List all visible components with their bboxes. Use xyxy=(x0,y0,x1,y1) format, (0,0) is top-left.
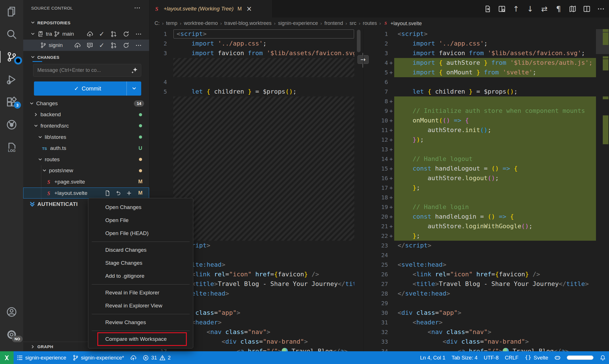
tree-row-routes[interactable]: routes xyxy=(23,154,149,165)
count: 2 xyxy=(168,355,171,361)
menu-item-reveal-in-explorer-view[interactable]: Reveal in Explorer View xyxy=(88,299,193,312)
git-branch-icon xyxy=(54,31,60,37)
status-item-progress-pill[interactable] xyxy=(564,351,597,364)
status-bar: signin-experiencesignin-experience*312 L… xyxy=(0,351,609,364)
scm-progress-bar xyxy=(33,61,42,62)
breadcrumb-segment[interactable]: C: xyxy=(155,20,160,26)
git-pull-request-create-icon[interactable] xyxy=(110,42,117,49)
activity-item-search[interactable] xyxy=(0,26,23,42)
status-item-publish-changes[interactable] xyxy=(127,351,140,364)
menu-item-compare-with-workspace[interactable]: Compare with Workspace xyxy=(88,333,193,346)
minimap[interactable] xyxy=(596,29,609,351)
activity-item-explorer[interactable] xyxy=(0,3,23,20)
breadcrumb-segment[interactable]: frontend xyxy=(324,20,343,26)
menu-item-review-changes[interactable]: Review Changes xyxy=(88,316,193,329)
status-item-indentation[interactable]: Tab Size: 4 xyxy=(449,351,481,364)
activity-item-log-viewer[interactable]: LOG xyxy=(0,139,23,156)
tree-row-lib-stores[interactable]: lib\stores xyxy=(23,132,149,143)
tree-row-layout-svelte[interactable]: S+layout.svelteM xyxy=(23,188,149,199)
remote-indicator[interactable] xyxy=(0,351,14,364)
tree-row-posts-new[interactable]: posts\new xyxy=(23,165,149,176)
comment-code-icon[interactable] xyxy=(87,42,93,49)
menu-item-open-file-head-[interactable]: Open File (HEAD) xyxy=(88,227,193,240)
tree-label: AUTHENTICATI xyxy=(37,201,78,207)
menu-item-reveal-in-file-explorer[interactable]: Reveal in File Explorer xyxy=(88,286,193,299)
sidebar-header: SOURCE CONTROL xyxy=(23,0,149,16)
go-to-file-icon[interactable] xyxy=(483,4,492,14)
breadcrumb-segment[interactable]: worktree-demo xyxy=(184,20,218,26)
code-line-modified-25: 25<svelte:head> xyxy=(364,260,596,270)
code-line-modified-10: 10+ onMount(() => { xyxy=(364,116,596,125)
tree-row-backend[interactable]: backend xyxy=(23,109,149,120)
activity-item-github[interactable] xyxy=(0,117,23,133)
arrow-up-icon[interactable]: ↑ xyxy=(511,4,521,14)
tree-label: +layout.svelte xyxy=(54,190,87,196)
breadcrumb-segment[interactable]: routes xyxy=(363,20,377,26)
pilcrow-icon[interactable]: ¶ xyxy=(554,4,563,14)
status-item-eol[interactable]: CRLF xyxy=(502,351,522,364)
menu-item-open-file[interactable]: Open File xyxy=(88,214,193,227)
tab-layout-svelte[interactable]: S +layout.svelte (Working Tree) M × xyxy=(149,0,272,18)
code-line-original-1: 1<script> xyxy=(149,29,354,39)
breadcrumb-segment[interactable]: signin-experience xyxy=(278,20,318,26)
repo-row-signin-worktree[interactable]: signin✓ xyxy=(23,40,149,51)
status-item-worktree[interactable]: signin-experience xyxy=(14,351,69,364)
tree-row-page-svelte[interactable]: S+page.svelteM xyxy=(23,176,149,188)
status-item-cursor-position[interactable]: Ln 4, Col 1 xyxy=(417,351,448,364)
arrow-down-icon[interactable]: ↓ xyxy=(526,4,535,14)
swap-icon[interactable]: ⇄ xyxy=(540,4,549,14)
more-actions-icon[interactable] xyxy=(134,5,141,11)
changes-count-badge: 14 xyxy=(134,100,144,107)
sparkle-icon[interactable] xyxy=(131,67,138,74)
menu-item-discard-changes[interactable]: Discard Changes xyxy=(88,244,193,257)
breadcrumb-segment[interactable]: src xyxy=(349,20,356,26)
commit-dropdown-button[interactable] xyxy=(126,81,141,96)
cloud-upload-icon[interactable] xyxy=(74,42,81,49)
activity-item-settings[interactable]: NO xyxy=(0,326,23,343)
chev-down-icon[interactable] xyxy=(30,31,36,37)
more-icon[interactable] xyxy=(135,31,142,37)
status-item-branch[interactable]: signin-experience* xyxy=(69,351,127,364)
status-item-notifications[interactable] xyxy=(597,351,609,364)
check-icon[interactable]: ✓ xyxy=(99,31,104,37)
tree-row-auth-ts[interactable]: TSauth.tsU xyxy=(23,143,149,154)
open-file-icon[interactable] xyxy=(104,190,111,196)
check-icon[interactable]: ✓ xyxy=(99,42,104,49)
diff-modified-pane[interactable]: 1<script>2 import '../app.css';3 import … xyxy=(363,29,609,351)
cloud-upload-icon[interactable] xyxy=(87,31,93,37)
scrollbar-thumb[interactable] xyxy=(357,30,361,52)
activity-item-extensions[interactable]: 3 xyxy=(0,94,23,110)
breadcrumb-segment[interactable]: travel-blog.worktrees xyxy=(224,20,272,26)
more-icon[interactable] xyxy=(135,42,142,49)
status-item-language-mode[interactable]: {}Svelte xyxy=(522,351,551,364)
menu-item-add-to-gitignore[interactable]: Add to .gitignore xyxy=(88,270,193,283)
diff-review-icon[interactable] xyxy=(497,4,507,14)
refresh-icon[interactable] xyxy=(123,42,129,49)
activity-item-source-control[interactable] xyxy=(0,49,23,65)
split-editor-icon[interactable] xyxy=(582,4,591,14)
repo-row-travel-blog[interactable]: tramain✓ xyxy=(23,28,149,40)
tree-row-changes-root[interactable]: Changes14 xyxy=(23,98,149,109)
menu-item-stage-changes[interactable]: Stage Changes xyxy=(88,257,193,270)
refresh-icon[interactable] xyxy=(123,31,129,37)
discard-icon[interactable] xyxy=(115,190,121,196)
activity-item-run-debug[interactable] xyxy=(0,71,23,88)
commit-message-input[interactable] xyxy=(33,64,141,77)
status-item-problems[interactable]: 312 xyxy=(140,351,174,364)
changes-section-header[interactable]: CHANGES xyxy=(23,53,149,62)
close-icon[interactable]: × xyxy=(246,5,252,13)
map-icon[interactable] xyxy=(568,4,577,14)
activity-item-account[interactable] xyxy=(0,304,23,320)
status-item-encoding[interactable]: UTF-8 xyxy=(481,351,501,364)
status-item-copilot-status[interactable] xyxy=(551,351,564,364)
tree-row-frontend-src[interactable]: frontend\src xyxy=(23,120,149,132)
breadcrumb-segment[interactable]: temp xyxy=(166,20,177,26)
git-pull-request-create-icon[interactable] xyxy=(110,31,117,37)
more-icon[interactable] xyxy=(596,4,606,14)
repo-icon xyxy=(37,31,44,37)
commit-button[interactable]: ✓ Commit xyxy=(34,81,141,96)
menu-item-open-changes[interactable]: Open Changes xyxy=(88,201,193,214)
stage-plus-icon[interactable] xyxy=(126,190,132,196)
breadcrumb-file[interactable]: S+layout.svelte xyxy=(383,20,422,27)
repositories-section-header[interactable]: REPOSITORIES xyxy=(23,18,149,27)
